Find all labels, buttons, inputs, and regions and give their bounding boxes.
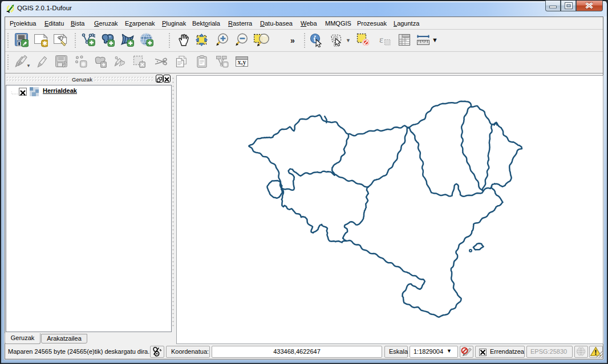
svg-text:x,y: x,y	[238, 58, 246, 66]
svg-text:ε: ε	[379, 34, 383, 45]
